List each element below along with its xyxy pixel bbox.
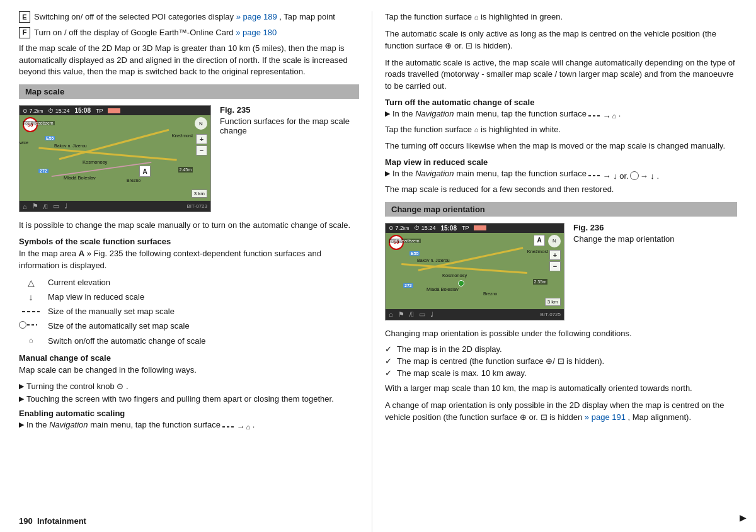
badge-f-text: Turn on / off the display of Google Eart…: [34, 27, 359, 39]
236-bottom-4: ▭: [419, 310, 425, 319]
elevation-icon: △: [19, 277, 43, 288]
badge-f-row: F Turn on / off the display of Google Ea…: [19, 27, 359, 39]
manual-scale-desc: Map scale can be changed in the followin…: [19, 365, 359, 376]
map-235-clock: ⏱ 15:24: [48, 108, 69, 114]
section-orientation-header: Change map orientation: [385, 202, 737, 217]
zoom-out-235[interactable]: −: [196, 145, 207, 156]
manual-scale-desc: Size of the manually set map scale: [48, 306, 359, 317]
page-container: E Switching on/ off of the selected POI …: [0, 0, 756, 532]
place-bakov: Bakov n. Jizerou: [54, 144, 87, 148]
map-235-bar-right: [108, 108, 120, 113]
manual-scale-title: Manual change of scale: [19, 353, 359, 363]
236-bottom-5: ♩: [430, 310, 433, 319]
236-bottom-1: ⌂: [389, 310, 393, 318]
orient-link[interactable]: » page 191: [585, 412, 626, 422]
check-3: ✓: [385, 368, 392, 378]
map-236-time: 15:08: [440, 225, 457, 232]
map-view-after: The map scale is reduced for a few secon…: [385, 184, 737, 196]
map-view-desc: Map view in reduced scale: [48, 291, 359, 303]
place-brezno: Brezno: [127, 178, 140, 183]
manual-item-1: ▶ Turning the control knob ⊙ .: [19, 382, 359, 391]
map-view-section: Map view in reduced scale ▶ In the Navig…: [385, 157, 737, 181]
236-road2: 272: [403, 283, 413, 288]
a-badge-236: A: [534, 235, 545, 246]
switch-auto-desc: Switch on/off the automatic change of sc…: [48, 336, 359, 347]
turn-off-text: In the Navigation main menu, tap the fun…: [392, 109, 621, 121]
auto-scaling-section: Enabling automatic scaling ▶ In the Navi…: [19, 409, 359, 432]
orient-para-3: A change of map orientation is only poss…: [385, 400, 737, 424]
switch-auto-icon: ⌂: [19, 336, 43, 344]
orient-cond-3: ✓ The map scale is max. 10 km away.: [385, 368, 737, 378]
map-236-bar: [474, 225, 486, 230]
map-236-clock: ⏱ 15:24: [414, 225, 435, 231]
figure-235-block: ⊙ 7.2km ⏱ 15:24 15:08 TP 50 pod Bezdězem…: [19, 105, 359, 212]
manual-item-2: ▶ Touching the screen with two fingers a…: [19, 394, 359, 404]
right-para-2: The automatic scale is only active as lo…: [385, 28, 737, 52]
symbol-map-view: ↓ Map view in reduced scale: [19, 291, 359, 303]
symbols-section: Symbols of the scale function surfaces I…: [19, 237, 359, 347]
zoom-out-236[interactable]: −: [549, 261, 561, 271]
auto-scaling-item: ▶ In the Navigation main menu, tap the f…: [19, 420, 359, 432]
badge-e-row: E Switching on/ off of the selected POI …: [19, 11, 359, 23]
bit-code-235: BIT-0723: [187, 203, 207, 209]
arrow-1: ▶: [19, 382, 24, 390]
symbol-elevation: △ Current elevation: [19, 277, 359, 288]
location-dot-236: [458, 280, 464, 286]
right-para-3: If the automatic scale is active, the ma…: [385, 57, 737, 93]
236-place4: Mladá Boleslav: [427, 286, 459, 292]
symbol-auto-scale: Size of the automatically set map scale: [19, 320, 359, 332]
location-236: pod Bezdézem: [389, 239, 421, 243]
zoom-controls-236: + −: [549, 250, 561, 271]
badge-f-link[interactable]: » page 180: [236, 28, 277, 37]
manual-item-2-text: Touching the screen with two fingers and…: [26, 394, 334, 404]
236-place2: Bakov n. Jizerou: [417, 258, 450, 263]
zoom-in-236[interactable]: +: [549, 250, 561, 260]
map-236-tp: TP: [462, 225, 469, 231]
badge-e-text: Switching on/ off of the selected POI ca…: [34, 11, 359, 23]
scale-236: 3 km: [545, 298, 561, 306]
right-column: Tap the function surface ⌂ is highlighte…: [372, 11, 756, 532]
road-num-2: 272: [38, 169, 49, 173]
place-mlada: Mladá Boleslav: [64, 175, 96, 181]
orient-conditions-list: ✓ The map is in the 2D display. ✓ The ma…: [385, 344, 737, 378]
fig-236-text: Change the map orientation: [573, 234, 737, 244]
symbol-switch-auto: ⌂ Switch on/off the automatic change of …: [19, 336, 359, 347]
next-page-arrow[interactable]: ▶: [740, 512, 747, 523]
location-label-235: pod Bezdězem: [23, 121, 55, 125]
orient-cond-2: ✓ The map is centred (the function surfa…: [385, 356, 737, 366]
236-place5: Brezno: [483, 291, 497, 296]
bit-code-236: BIT-0725: [541, 312, 561, 317]
badge-e-link[interactable]: » page 189: [236, 12, 277, 21]
place-kosmonosy: Kosmonosy: [83, 159, 107, 165]
map-235-tp: TP: [96, 108, 103, 114]
arrow-2: ▶: [19, 395, 24, 403]
turn-off-after-2: The turning off occurs likewise when the…: [385, 140, 737, 152]
236-bottom-3: /⃥: [410, 310, 414, 318]
cond-1-text: The map is in the 2D display.: [397, 344, 502, 354]
auto-scaling-text: In the Navigation main menu, tap the fun…: [26, 420, 255, 432]
map-236-bottombar: ⌂ ⚑ /⃥ ▭ ♩ BIT-0725: [386, 309, 564, 320]
symbols-table: △ Current elevation ↓ Map view in reduce…: [19, 277, 359, 347]
place-wice: wice: [20, 140, 28, 145]
bottom-icon-3: /⃥: [43, 203, 48, 210]
map-view-arrow: ▶: [385, 169, 390, 178]
manual-scale-section: Manual change of scale Map scale can be …: [19, 353, 359, 404]
turn-off-title: Turn off the automatic change of scale: [385, 98, 737, 107]
map-view-item: ▶ In the Navigation main menu, tap the f…: [385, 169, 737, 181]
236-road1: E55: [410, 251, 420, 256]
zoom-in-235[interactable]: +: [196, 134, 207, 144]
map-236-dist: ⊙ 7.2km: [389, 225, 409, 231]
bottom-icon-4: ▭: [53, 202, 59, 210]
distance-info-235: 2.45m: [178, 167, 193, 173]
turn-off-after-1: Tap the function surface ⌂ is highlighte…: [385, 124, 737, 136]
orient-cond-1: ✓ The map is in the 2D display.: [385, 344, 737, 354]
figure-236-caption: Fig. 236 Change the map orientation: [564, 223, 737, 320]
left-column: E Switching on/ off of the selected POI …: [0, 11, 372, 532]
map-235-time: 15:08: [74, 107, 91, 114]
fig-236-label: Fig. 236: [573, 223, 737, 232]
map-235-bottombar: ⌂ ⚑ /⃥ ▭ ♩ BIT-0723: [20, 201, 210, 212]
map-view-title: Map view in reduced scale: [385, 157, 737, 167]
map-236-topbar: ⊙ 7.2km ⏱ 15:24 15:08 TP: [386, 224, 564, 233]
bottom-icon-1: ⌂: [23, 203, 27, 210]
symbol-manual-scale: Size of the manually set map scale: [19, 306, 359, 317]
